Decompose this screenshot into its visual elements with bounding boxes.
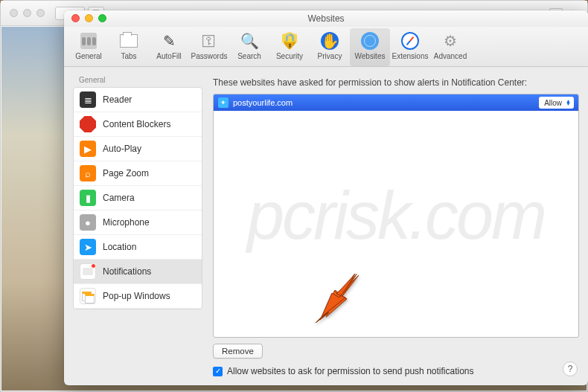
chevron-updown-icon: ▲▼ [566,100,571,106]
sidebar-item-notifications[interactable]: Notifications [74,260,202,284]
toolbar-tabs[interactable]: Tabs [109,28,149,66]
sidebar-item-auto-play[interactable]: ▶Auto-Play [74,137,202,161]
site-domain: postyourlife.com [233,98,293,107]
toolbar-websites[interactable]: Websites [350,28,390,66]
site-favicon-icon: ✦ [218,97,229,108]
sidebar-item-label: Pop-up Windows [103,291,170,301]
permission-value: Allow [544,99,562,107]
sidebar-item-label: Reader [103,94,132,105]
minimize-window-icon[interactable] [85,14,93,22]
notification-badge-icon [91,263,96,269]
website-row[interactable]: ✦ postyourlife.com Allow ▲▼ [214,94,578,111]
sidebar-item-content-blockers[interactable]: Content Blockers [74,112,202,137]
sidebar-item-label: Content Blockers [103,119,170,129]
allow-ask-checkbox[interactable]: ✓ [213,367,223,376]
watermark: pcrisk.com [214,94,578,337]
toolbar-search[interactable]: 🔍Search [229,28,269,66]
close-window-icon[interactable] [71,14,80,22]
sidebar-item-page-zoom[interactable]: ⌕Page Zoom [74,161,202,186]
disabled-dot [23,9,31,17]
permission-select[interactable]: Allow ▲▼ [539,97,574,109]
browser-traffic-lights [10,9,45,17]
sidebar-item-label: Location [103,242,136,252]
help-button[interactable]: ? [563,362,578,376]
preferences-window: Websites General Tabs ✎AutoFill ⚿Passwor… [64,10,588,385]
sidebar-item-label: Notifications [103,266,151,277]
checkbox-label: Allow websites to ask for permission to … [227,366,474,376]
disabled-dot [36,9,45,17]
instruction-text: These websites have asked for permission… [213,77,579,88]
disabled-dot [10,9,18,17]
sidebar-item-label: Microphone [103,217,150,228]
websites-sidebar: General ≣Reader Content Blockers ▶Auto-P… [73,74,202,376]
sidebar-item-reader[interactable]: ≣Reader [74,88,202,112]
remove-button[interactable]: Remove [213,344,263,359]
toolbar-extensions[interactable]: Extensions [390,28,430,66]
toolbar-security[interactable]: 🔒Security [269,28,310,66]
sidebar-item-location[interactable]: ➤Location [74,235,202,260]
sidebar-item-label: Camera [103,193,135,203]
sidebar-item-popup-windows[interactable]: Pop-up Windows [74,284,202,309]
toolbar-autofill[interactable]: ✎AutoFill [149,28,189,66]
sidebar-item-label: Auto-Play [103,144,141,154]
sidebar-item-label: Page Zoom [103,168,149,179]
sidebar-item-camera[interactable]: ▮Camera [74,186,202,211]
zoom-window-icon[interactable] [98,14,106,22]
toolbar-privacy[interactable]: ✋Privacy [310,28,350,66]
sidebar-item-microphone[interactable]: ●Microphone [74,211,202,235]
toolbar-advanced[interactable]: ⚙Advanced [430,28,470,66]
preferences-toolbar: General Tabs ✎AutoFill ⚿Passwords 🔍Searc… [64,27,588,67]
window-titlebar[interactable]: Websites [64,10,588,27]
websites-list[interactable]: ✦ postyourlife.com Allow ▲▼ pcrisk.com [213,94,579,338]
sidebar-section-header: General [73,74,202,87]
toolbar-general[interactable]: General [68,28,109,66]
window-title: Websites [307,13,344,24]
toolbar-passwords[interactable]: ⚿Passwords [189,28,229,66]
